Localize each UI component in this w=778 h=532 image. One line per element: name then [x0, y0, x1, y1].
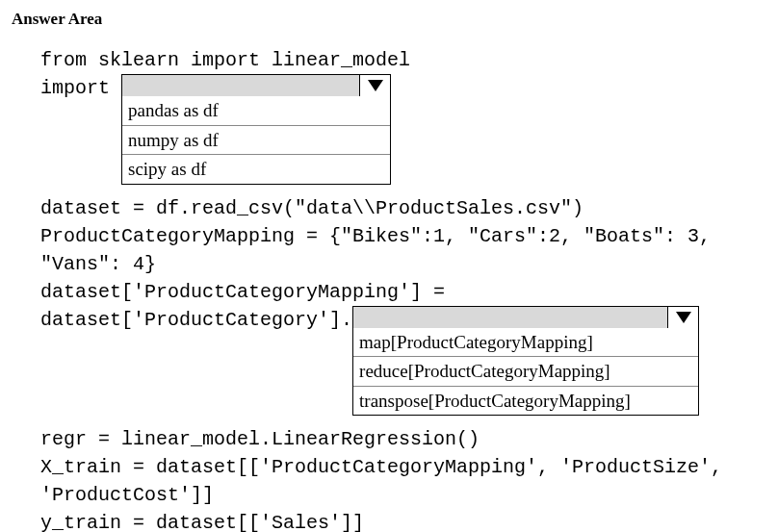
method-line: dataset['ProductCategory']. map[ProductC…: [40, 306, 766, 426]
code-line-11: y_train = dataset[['Sales']]: [40, 509, 766, 532]
chevron-down-icon: [676, 312, 691, 323]
import-line: import pandas as df numpy as df scipy as…: [40, 74, 766, 194]
dropdown-options-list: map[ProductCategoryMapping] reduce[Produ…: [353, 328, 698, 416]
dropdown-selected-value: [122, 75, 359, 96]
method-prefix: dataset['ProductCategory'].: [40, 306, 352, 334]
dropdown-header[interactable]: [122, 75, 390, 96]
dropdown-option[interactable]: scipy as df: [122, 154, 390, 184]
code-line-8: regr = linear_model.LinearRegression(): [40, 425, 766, 453]
code-line-5: "Vans": 4}: [40, 250, 766, 278]
code-line-6: dataset['ProductCategoryMapping'] =: [40, 278, 766, 306]
code-line-9: X_train = dataset[['ProductCategoryMappi…: [40, 453, 766, 481]
dropdown-arrow[interactable]: [359, 75, 390, 96]
dropdown-option[interactable]: pandas as df: [122, 96, 390, 125]
code-block: from sklearn import linear_model import …: [12, 46, 766, 532]
method-dropdown[interactable]: map[ProductCategoryMapping] reduce[Produ…: [352, 306, 699, 417]
svg-marker-0: [368, 80, 383, 91]
dropdown-option[interactable]: transpose[ProductCategoryMapping]: [353, 386, 698, 416]
answer-area-header: Answer Area: [12, 10, 766, 29]
dropdown-arrow[interactable]: [667, 307, 698, 328]
code-line-3: dataset = df.read_csv("data\\ProductSale…: [40, 194, 766, 222]
import-prefix: import: [40, 74, 121, 102]
chevron-down-icon: [368, 80, 383, 91]
dropdown-selected-value: [353, 307, 667, 328]
dropdown-header[interactable]: [353, 307, 698, 328]
dropdown-option[interactable]: reduce[ProductCategoryMapping]: [353, 356, 698, 386]
dropdown-options-list: pandas as df numpy as df scipy as df: [122, 96, 390, 184]
code-line-10: 'ProductCost']]: [40, 481, 766, 509]
code-line-1: from sklearn import linear_model: [40, 46, 766, 74]
dropdown-option[interactable]: numpy as df: [122, 125, 390, 155]
svg-marker-1: [676, 312, 691, 323]
dropdown-option[interactable]: map[ProductCategoryMapping]: [353, 328, 698, 357]
import-dropdown[interactable]: pandas as df numpy as df scipy as df: [121, 74, 391, 185]
code-line-4: ProductCategoryMapping = {"Bikes":1, "Ca…: [40, 222, 766, 250]
